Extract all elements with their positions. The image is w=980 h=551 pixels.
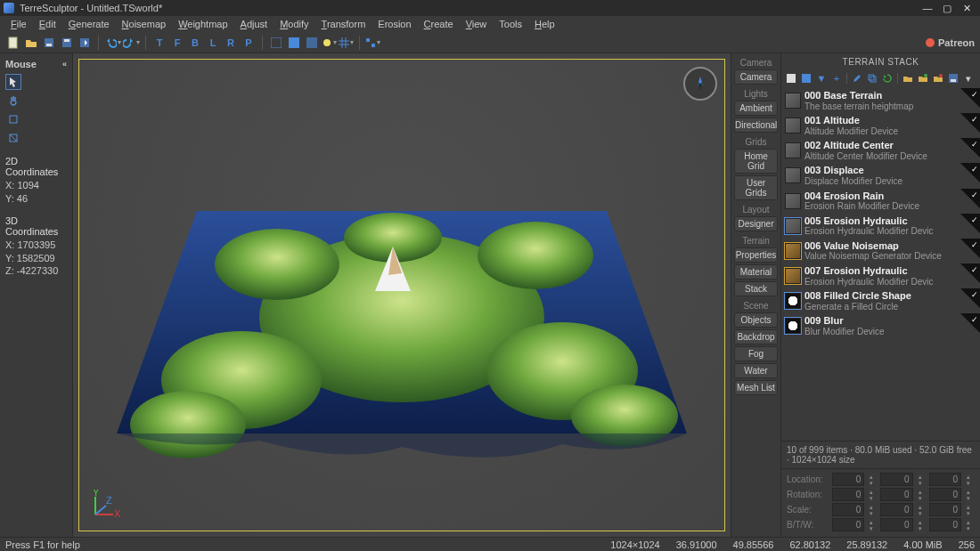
- spinner[interactable]: ▴▾: [916, 489, 925, 501]
- minimize-button[interactable]: —: [918, 2, 937, 14]
- save-terrain-button[interactable]: [59, 35, 75, 51]
- stack-edit-icon[interactable]: [851, 72, 863, 85]
- transform-field[interactable]: [832, 473, 864, 486]
- stack-open2-icon[interactable]: [917, 72, 929, 85]
- stack-move-down-icon[interactable]: ▼: [815, 72, 828, 85]
- view-front-button[interactable]: F: [169, 35, 185, 51]
- select-tool[interactable]: [5, 74, 21, 90]
- stack-item[interactable]: 000 Base TerrainThe base terrain heightm…: [781, 88, 980, 113]
- pan-tool[interactable]: [5, 93, 21, 109]
- menu-erosion[interactable]: Erosion: [372, 18, 416, 30]
- stack-toggle-all-icon[interactable]: [785, 72, 797, 85]
- category-fog[interactable]: Fog: [734, 346, 778, 361]
- viewport-3d[interactable]: Y X Z: [78, 59, 725, 531]
- stack-open-icon[interactable]: [902, 72, 914, 85]
- stack-save-icon[interactable]: [947, 72, 960, 85]
- spinner[interactable]: ▴▾: [867, 519, 876, 531]
- stack-add-icon[interactable]: +: [830, 72, 843, 85]
- category-backdrop[interactable]: Backdrop: [734, 329, 778, 344]
- view-persp-button[interactable]: P: [241, 35, 257, 51]
- spinner[interactable]: ▴▾: [916, 474, 925, 486]
- stack-item[interactable]: 009 BlurBlur Modifier Device: [781, 313, 980, 338]
- axis-gizmo[interactable]: Y X Z: [90, 490, 120, 520]
- show-solid-button[interactable]: [286, 35, 302, 51]
- stack-item[interactable]: 007 Erosion HydraulicErosion Hydraulic M…: [781, 263, 980, 288]
- stack-menu-icon[interactable]: ▾: [962, 72, 975, 85]
- checkmark-icon[interactable]: [960, 113, 980, 133]
- undo-button[interactable]: ▾: [104, 36, 121, 49]
- export-button[interactable]: [77, 35, 93, 51]
- spinner[interactable]: ▴▾: [867, 474, 876, 486]
- stack-item[interactable]: 003 DisplaceDisplace Modifier Device: [781, 163, 980, 188]
- open-file-button[interactable]: [23, 35, 39, 51]
- maximize-button[interactable]: ▢: [937, 2, 957, 14]
- stack-item[interactable]: 002 Altitude CenterAltitude Center Modif…: [781, 138, 980, 163]
- category-home-grid[interactable]: Home Grid: [734, 149, 778, 174]
- patreon-link[interactable]: Patreon: [926, 37, 975, 48]
- category-camera[interactable]: Camera: [734, 69, 778, 85]
- checkmark-icon[interactable]: [960, 214, 980, 233]
- transform-field[interactable]: [880, 518, 912, 531]
- view-top-button[interactable]: T: [151, 35, 167, 51]
- spinner[interactable]: ▴▾: [867, 504, 876, 516]
- spinner[interactable]: ▴▾: [964, 519, 973, 531]
- category-user-grids[interactable]: User Grids: [734, 175, 778, 200]
- spinner[interactable]: ▴▾: [964, 489, 973, 501]
- menu-adjust[interactable]: Adjust: [235, 18, 274, 30]
- spinner[interactable]: ▴▾: [916, 519, 925, 531]
- show-wire-button[interactable]: [268, 35, 284, 51]
- stack-duplicate-icon[interactable]: [866, 72, 878, 85]
- stack-item[interactable]: 001 AltitudeAltitude Modifier Device: [781, 113, 980, 138]
- transform-field[interactable]: [832, 518, 864, 531]
- checkmark-icon[interactable]: [960, 189, 980, 208]
- category-objects[interactable]: Objects: [734, 312, 778, 328]
- menu-create[interactable]: Create: [419, 18, 459, 30]
- checkmark-icon[interactable]: [960, 313, 980, 333]
- transform-field[interactable]: [929, 473, 961, 486]
- spinner[interactable]: ▴▾: [867, 489, 876, 501]
- stack-refresh-icon[interactable]: [881, 72, 894, 85]
- menu-modify[interactable]: Modify: [274, 18, 314, 30]
- menu-weightmap[interactable]: Weightmap: [173, 18, 233, 30]
- category-stack[interactable]: Stack: [734, 281, 778, 296]
- menu-view[interactable]: View: [461, 18, 493, 30]
- grid-mode-button[interactable]: ▾: [339, 37, 354, 48]
- rotate-tool[interactable]: [5, 111, 21, 127]
- checkmark-icon[interactable]: [960, 138, 980, 158]
- transform-field[interactable]: [880, 473, 912, 486]
- checkmark-icon[interactable]: [960, 288, 980, 308]
- stack-item[interactable]: 006 Value NoisemapValue Noisemap Generat…: [781, 239, 980, 263]
- stack-open3-icon[interactable]: [932, 72, 944, 85]
- category-properties[interactable]: Properties: [734, 247, 778, 263]
- stack-item[interactable]: 004 Erosion RainErosion Rain Modifier De…: [781, 189, 980, 214]
- spinner[interactable]: ▴▾: [916, 504, 925, 516]
- menu-help[interactable]: Help: [529, 18, 560, 30]
- checkmark-icon[interactable]: [960, 88, 980, 108]
- menu-edit[interactable]: Edit: [34, 18, 61, 30]
- transform-field[interactable]: [832, 488, 864, 501]
- stack-item[interactable]: 005 Erosion HydraulicErosion Hydraulic M…: [781, 214, 980, 239]
- transform-field[interactable]: [929, 518, 961, 531]
- category-designer[interactable]: Designer: [734, 216, 778, 231]
- checkmark-icon[interactable]: [960, 263, 980, 283]
- category-mesh-list[interactable]: Mesh List: [734, 380, 778, 395]
- zoom-tool[interactable]: [5, 130, 21, 146]
- lighting-mode-button[interactable]: ▾: [322, 37, 337, 48]
- view-left-button[interactable]: L: [205, 35, 221, 51]
- menu-file[interactable]: File: [5, 18, 32, 30]
- view-right-button[interactable]: R: [223, 35, 239, 51]
- view-back-button[interactable]: B: [187, 35, 203, 51]
- spinner[interactable]: ▴▾: [964, 504, 973, 516]
- snap-mode-button[interactable]: ▾: [365, 37, 380, 48]
- category-directional[interactable]: Directional: [734, 117, 778, 133]
- stack-toggle-icon[interactable]: [800, 72, 813, 85]
- checkmark-icon[interactable]: [960, 163, 980, 182]
- show-shaded-button[interactable]: [304, 35, 320, 51]
- menu-noisemap[interactable]: Noisemap: [117, 18, 172, 30]
- close-button[interactable]: ✕: [957, 2, 976, 14]
- stack-item[interactable]: 008 Filled Circle ShapeGenerate a Filled…: [781, 288, 980, 313]
- mouse-panel-header[interactable]: Mouse«: [5, 57, 67, 71]
- category-ambient[interactable]: Ambient: [734, 101, 778, 116]
- new-file-button[interactable]: [5, 35, 21, 51]
- transform-field[interactable]: [832, 503, 864, 516]
